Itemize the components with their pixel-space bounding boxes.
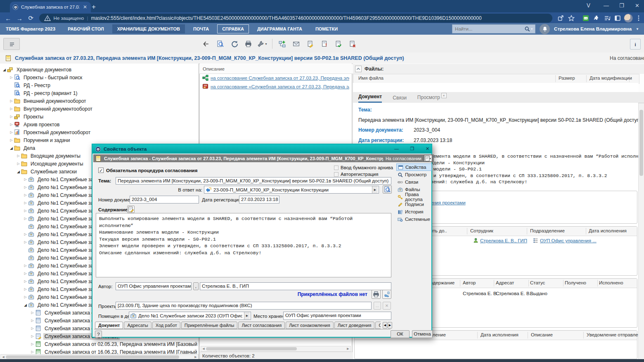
author-person-input[interactable]: Стрелкова Е. В., ГИП — [200, 282, 391, 290]
tree-expander-icon[interactable]: ▷ — [23, 201, 28, 205]
tree-expander-icon[interactable]: ▷ — [23, 287, 28, 291]
route-link[interactable]: на согласование Служебная записка от 27.… — [211, 76, 349, 80]
browser-tab[interactable]: Ф Служебная записка от 27.03.23 ✕ — [10, 2, 91, 12]
edit-content-button[interactable] — [127, 206, 135, 213]
browser-menu-icon[interactable] — [633, 15, 644, 21]
combo-drop-icon[interactable]: ▶ — [372, 186, 378, 193]
dialog-minimize-button[interactable]: — — [393, 146, 400, 152]
tree-expander-icon[interactable]: ▷ — [23, 232, 28, 236]
window-minimize-button[interactable]: — — [604, 2, 609, 9]
create-object-button[interactable] — [277, 38, 288, 49]
ok-button[interactable]: ОК — [391, 330, 410, 338]
tree-expander-icon[interactable]: ◢ — [2, 68, 7, 72]
important-document-button[interactable]: ! — [319, 38, 330, 49]
browser-reload-button[interactable]: ⟳ — [25, 14, 37, 22]
select-reference-button[interactable] — [383, 185, 392, 194]
import-files-button[interactable] — [382, 290, 391, 299]
paper-archive-checkbox[interactable] — [334, 166, 339, 170]
dialog-tab-лист-доведения[interactable]: Лист доведения — [334, 322, 375, 329]
tree-expander-icon[interactable]: ▷ — [23, 193, 28, 197]
tree-item[interactable]: ▷Внешний документооборот — [0, 97, 199, 105]
print-button[interactable] — [243, 38, 254, 49]
tree-item[interactable]: ▷Проектный документооборот — [0, 128, 199, 136]
tree-expander-icon[interactable]: ▷ — [30, 327, 35, 330]
tree-expander-icon[interactable]: ▷ — [23, 217, 28, 220]
column-header[interactable]: Дата исполнения — [481, 332, 519, 337]
tree-expander-icon[interactable]: ▷ — [30, 311, 35, 315]
tree-expander-icon[interactable]: ▷ — [16, 154, 21, 158]
column-header[interactable]: Описание — [531, 332, 553, 337]
tree-expander-icon[interactable]: ◢ — [9, 146, 14, 150]
dialog-nav-связи[interactable]: Связи — [396, 178, 432, 186]
reading-list-icon[interactable] — [602, 15, 613, 21]
column-header[interactable]: Уведомление отправлено — [587, 332, 643, 337]
tab-close-icon[interactable]: ✕ — [441, 93, 447, 98]
scroll-right-icon[interactable]: ▶ — [193, 355, 198, 359]
window-chevron-icon[interactable]: ᐯ — [587, 2, 590, 9]
panel-tab-просмотр[interactable]: Просмотр✕ — [417, 95, 447, 103]
tree-expander-icon[interactable]: ◢ — [23, 303, 28, 307]
tree-expander-icon[interactable]: ▷ — [9, 115, 14, 118]
panel-tab-документ[interactable]: Документ — [358, 94, 382, 103]
menu-item-рабочий-стол[interactable]: РАБОЧИЙ СТОЛ — [63, 24, 109, 33]
browser-forward-button[interactable]: → — [14, 15, 26, 22]
tree-expander-icon[interactable]: ▷ — [9, 123, 14, 126]
dialog-nav-просмотр[interactable]: Просмотр — [396, 171, 432, 178]
scroll-left-icon[interactable]: ◀ — [1, 355, 6, 359]
tree-expander-icon[interactable]: ▷ — [9, 99, 14, 103]
tree-item[interactable]: ◢Хранилище документов — [0, 66, 199, 73]
tree-expander-icon[interactable]: ▷ — [23, 264, 28, 267]
menu-item-хранилище-документов[interactable]: ХРАНИЛИЩЕ ДОКУМЕНТОВ — [112, 24, 185, 33]
layout-menu-button[interactable] — [3, 38, 20, 50]
avatar[interactable] — [623, 14, 634, 23]
files-col-date[interactable]: Дата модификации — [590, 76, 632, 80]
tree-expander-icon[interactable]: ◢ — [16, 170, 21, 174]
employee-link[interactable]: Стрелкова Е. В., ГИП — [480, 238, 527, 243]
menu-item-диаграмма-ганта[interactable]: ДИАГРАММА ГАНТА — [252, 24, 307, 33]
case-combo[interactable]: Дело №1 Служебные записки 2023 (ОУП Офис… — [129, 312, 251, 320]
window-restore-button[interactable]: ❐ — [619, 2, 624, 9]
global-search[interactable]: ▼ — [452, 24, 535, 33]
tema-input[interactable]: Передача элемента ИМ [Конструкции, 23-00… — [116, 177, 391, 185]
dialog-nav-история[interactable]: История — [396, 208, 432, 215]
tree-expander-icon[interactable]: ▷ — [23, 209, 28, 213]
tree-expander-icon[interactable]: ▷ — [30, 319, 35, 322]
tree-expander-icon[interactable]: ▷ — [23, 177, 28, 181]
column-header[interactable]: Дата исполнения — [589, 228, 627, 233]
bookmark-star-icon[interactable] — [566, 15, 577, 21]
share-icon[interactable] — [556, 15, 566, 21]
projects-browse-button[interactable]: ... — [374, 302, 381, 310]
number-input[interactable]: 2023-3_004 — [130, 196, 199, 203]
tree-expander-icon[interactable]: ▷ — [23, 185, 28, 189]
sign-sheet-button[interactable] — [305, 38, 316, 49]
route-link[interactable]: на согласование «Служебная записка от 27… — [211, 84, 349, 89]
location-input[interactable]: ОУП Офис управления проектами — [283, 312, 391, 320]
dialog-nav-системные[interactable]: Системные — [396, 215, 432, 223]
panel-tab-связи[interactable]: Связи — [393, 95, 407, 103]
column-header[interactable]: Адресат — [496, 280, 514, 285]
address-bar[interactable]: Не защищено | maslov2:555/client/index.h… — [39, 14, 552, 23]
tree-expander-icon[interactable]: ▷ — [9, 130, 14, 134]
back-button[interactable] — [201, 38, 212, 49]
browser-back-button[interactable]: ← — [2, 15, 14, 22]
combo-drop-icon[interactable]: ▶ — [244, 312, 250, 319]
extensions-puzzle-icon[interactable] — [591, 15, 602, 21]
files-col-size[interactable]: Размер — [559, 76, 575, 80]
search-icon[interactable] — [524, 26, 530, 32]
column-header[interactable]: Сотрудник — [470, 228, 493, 233]
reject-document-button[interactable] — [347, 38, 358, 49]
approval-checkbox[interactable]: ✓ — [98, 168, 104, 173]
dialog-tab-связи[interactable]: Связи — [375, 322, 381, 329]
scrollbar-thumb[interactable] — [206, 347, 297, 350]
tabs-scroll-right-button[interactable]: ▶ — [388, 322, 392, 329]
tree-expander-icon[interactable]: ▷ — [9, 107, 14, 111]
tree-item[interactable]: РД - реестр (вариант 1) — [0, 89, 199, 97]
cancel-button[interactable]: Отмена — [412, 330, 433, 338]
tree-item[interactable]: ▷Служебная записка от 02.05.23, Передача… — [0, 340, 199, 348]
tree-item[interactable]: ▷Поручения и задачи — [0, 136, 199, 144]
send-message-button[interactable] — [291, 38, 302, 49]
tree-expander-icon[interactable]: ▷ — [23, 240, 28, 244]
column-header[interactable]: Автор — [463, 280, 476, 285]
new-tab-button[interactable]: + — [92, 3, 96, 11]
notifications-bell-icon[interactable] — [540, 24, 550, 34]
